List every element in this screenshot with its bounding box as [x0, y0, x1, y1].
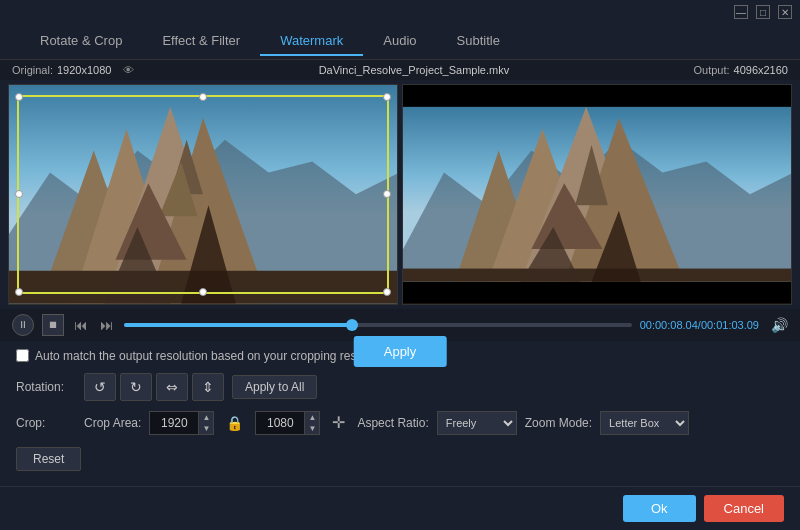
bottom-bar: Ok Cancel — [0, 486, 800, 530]
tab-bar: Rotate & Crop Effect & Filter Watermark … — [0, 24, 800, 60]
crop-controls: Crop Area: ▲ ▼ 🔒 ▲ ▼ ✛ Aspect Ratio: Fre… — [84, 411, 689, 435]
maximize-button[interactable]: □ — [756, 5, 770, 19]
rotation-row: Rotation: ↺ ↻ ⇔ ⇕ Apply to All — [16, 373, 784, 401]
zoom-mode-label: Zoom Mode: — [525, 416, 592, 430]
source-video-frame — [9, 85, 397, 304]
crop-height-down[interactable]: ▼ — [305, 423, 319, 434]
rotate-left-button[interactable]: ↺ — [84, 373, 116, 401]
flip-horizontal-button[interactable]: ⇔ — [156, 373, 188, 401]
auto-match-label: Auto match the output resolution based o… — [35, 349, 369, 363]
flip-vertical-button[interactable]: ⇕ — [192, 373, 224, 401]
close-button[interactable]: ✕ — [778, 5, 792, 19]
aspect-ratio-label: Aspect Ratio: — [357, 416, 428, 430]
progress-thumb[interactable] — [346, 319, 358, 331]
apply-to-all-button[interactable]: Apply to All — [232, 375, 317, 399]
tab-effect-filter[interactable]: Effect & Filter — [142, 27, 260, 56]
crop-height-group: ▲ ▼ — [255, 411, 320, 435]
crop-width-group: ▲ ▼ — [149, 411, 214, 435]
crop-row: Crop: Crop Area: ▲ ▼ 🔒 ▲ ▼ ✛ Aspect Rati… — [16, 411, 784, 435]
rotation-buttons: ↺ ↻ ⇔ ⇕ Apply to All — [84, 373, 317, 401]
preview-left — [8, 84, 398, 305]
tab-audio[interactable]: Audio — [363, 27, 436, 56]
crop-width-down[interactable]: ▼ — [199, 423, 213, 434]
crop-height-spinners: ▲ ▼ — [305, 411, 320, 435]
stop-button[interactable]: ⏹ — [42, 314, 64, 336]
progress-fill — [124, 323, 352, 327]
crop-width-spinners: ▲ ▼ — [199, 411, 214, 435]
crop-width-up[interactable]: ▲ — [199, 412, 213, 423]
flip-v-icon: ⇕ — [202, 379, 214, 395]
crop-label: Crop: — [16, 416, 76, 430]
time-display: 00:00:08.04/00:01:03.09 — [640, 319, 759, 331]
auto-match-checkbox[interactable] — [16, 349, 29, 362]
rotate-right-icon: ↻ — [130, 379, 142, 395]
aspect-ratio-select[interactable]: Freely 16:9 4:3 1:1 9:16 — [437, 411, 517, 435]
output-video-frame — [403, 85, 791, 304]
filename: DaVinci_Resolve_Project_Sample.mkv — [319, 64, 510, 76]
skip-back-button[interactable]: ⏮ — [72, 317, 90, 333]
rotate-left-icon: ↺ — [94, 379, 106, 395]
tab-rotate-crop[interactable]: Rotate & Crop — [20, 27, 142, 56]
crop-width-input[interactable] — [149, 411, 199, 435]
crop-area-label: Crop Area: — [84, 416, 141, 430]
zoom-mode-select[interactable]: Letter Box Pan & Scan Full — [600, 411, 689, 435]
output-label: Output: — [693, 64, 729, 76]
tab-watermark[interactable]: Watermark — [260, 27, 363, 56]
progress-bar[interactable] — [124, 323, 632, 327]
crop-height-input[interactable] — [255, 411, 305, 435]
preview-right — [402, 84, 792, 305]
skip-forward-button[interactable]: ⏭ — [98, 317, 116, 333]
ok-button[interactable]: Ok — [623, 495, 696, 522]
crop-height-up[interactable]: ▲ — [305, 412, 319, 423]
rotate-right-button[interactable]: ↻ — [120, 373, 152, 401]
flip-h-icon: ⇔ — [166, 379, 178, 395]
title-bar: — □ ✕ — [0, 0, 800, 24]
reset-button[interactable]: Reset — [16, 447, 81, 471]
preview-header: Original: 1920x1080 👁 DaVinci_Resolve_Pr… — [0, 60, 800, 80]
minimize-button[interactable]: — — [734, 5, 748, 19]
volume-icon[interactable]: 🔊 — [771, 317, 788, 333]
eye-icon[interactable]: 👁 — [123, 64, 134, 76]
pause-icon: ⏸ — [18, 319, 28, 330]
stop-icon: ⏹ — [48, 319, 58, 330]
apply-button[interactable]: Apply — [354, 336, 447, 367]
original-size: 1920x1080 — [57, 64, 111, 76]
center-icon[interactable]: ✛ — [332, 413, 345, 432]
output-size: 4096x2160 — [734, 64, 788, 76]
rotation-label: Rotation: — [16, 380, 76, 394]
preview-panels — [0, 80, 800, 309]
pause-button[interactable]: ⏸ — [12, 314, 34, 336]
tab-subtitle[interactable]: Subtitle — [437, 27, 520, 56]
cancel-button[interactable]: Cancel — [704, 495, 784, 522]
original-label: Original: — [12, 64, 53, 76]
lock-icon[interactable]: 🔒 — [226, 415, 243, 431]
